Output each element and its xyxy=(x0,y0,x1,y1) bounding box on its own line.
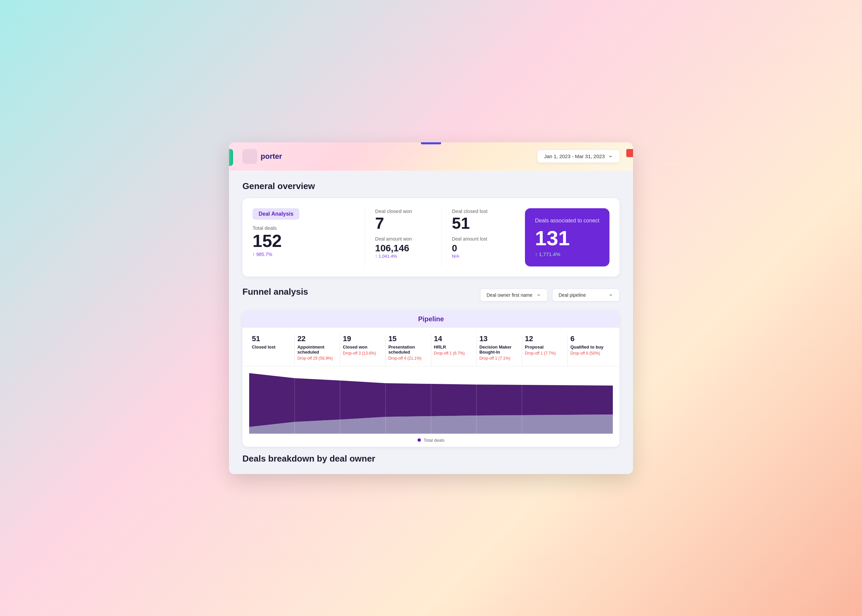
chevron-down-icon xyxy=(608,154,613,159)
stage-name-6: Decision Maker Bought-In xyxy=(479,344,519,355)
deal-amount-lost-sub: N/A xyxy=(452,254,508,259)
stage-count-5: 14 xyxy=(434,335,474,343)
deal-closed-won-column: Deal closed won 7 Deal amount won 106,14… xyxy=(365,208,442,266)
stage-count-6: 13 xyxy=(479,335,519,343)
main-content: General overview Deal Analysis Total dea… xyxy=(229,171,633,474)
pipeline-header: Pipeline xyxy=(243,311,619,328)
pipeline-card: Pipeline 51 Closed lost 22 Appointment s… xyxy=(243,311,619,447)
total-deals-value: 152 xyxy=(252,232,355,250)
chevron-down-icon xyxy=(536,293,541,297)
stage-dropoff-7: Drop-off 1 (7.7%) xyxy=(525,351,565,356)
stage-count-3: 19 xyxy=(343,335,383,343)
funnel-visual xyxy=(249,366,613,434)
date-range-picker[interactable]: Jan 1, 2023 - Mar 31, 2023 xyxy=(537,150,619,162)
stage-count-8: 6 xyxy=(570,335,610,343)
logo: 🦄 porter xyxy=(243,149,282,164)
general-overview-title: General overview xyxy=(243,181,619,192)
stage-name-7: Proposal xyxy=(525,344,565,350)
stage-count-4: 15 xyxy=(388,335,428,343)
pipeline-stage-5: 14 HRLR Drop-off 1 (6.7%) xyxy=(431,335,477,366)
pipeline-stage-4: 15 Presentation scheduled Drop-off 4 (21… xyxy=(386,335,431,366)
total-deals-change: 985.7% xyxy=(252,251,355,257)
pipeline-stages: 51 Closed lost 22 Appointment scheduled … xyxy=(243,328,619,366)
deal-pipeline-filter[interactable]: Deal pipeline xyxy=(552,289,619,302)
middle-stats: Deal closed won 7 Deal amount won 106,14… xyxy=(365,208,518,266)
funnel-section-header: Funnel analysis Deal owner first name De… xyxy=(243,287,619,304)
stage-dropoff-3: Drop-off 3 (13.6%) xyxy=(343,351,383,356)
stage-dropoff-2: Drop-off 29 (56.9%) xyxy=(297,356,337,361)
stage-name-5: HRLR xyxy=(434,344,474,350)
stage-name-2: Appointment scheduled xyxy=(297,344,337,355)
associated-deals-value: 131 xyxy=(535,228,599,248)
pipeline-stage-1: 51 Closed lost xyxy=(249,335,295,366)
stage-count-1: 51 xyxy=(252,335,292,343)
pipeline-stage-6: 13 Decision Maker Bought-In Drop-off 1 (… xyxy=(477,335,522,366)
deal-owner-filter-label: Deal owner first name xyxy=(487,292,533,298)
logo-text: porter xyxy=(261,152,282,161)
overview-card: Deal Analysis Total deals 152 985.7% Dea… xyxy=(243,198,619,277)
legend-dot xyxy=(418,438,421,442)
deal-pipeline-filter-label: Deal pipeline xyxy=(559,292,586,298)
deal-closed-lost-label: Deal closed lost xyxy=(452,208,508,214)
deals-breakdown-title: Deals breakdown by deal owner xyxy=(243,454,619,464)
pipeline-stage-2: 22 Appointment scheduled Drop-off 29 (56… xyxy=(295,335,340,366)
stage-name-1: Closed lost xyxy=(252,344,292,350)
pipeline-stage-7: 12 Proposal Drop-off 1 (7.7%) xyxy=(522,335,568,366)
deal-closed-won-value: 7 xyxy=(375,215,431,231)
associated-deals-card: Deals associated to conect 131 ↑ 1,771.4… xyxy=(525,208,610,266)
stage-dropoff-6: Drop-off 1 (7.1%) xyxy=(479,356,519,361)
deal-closed-lost-value: 51 xyxy=(452,215,508,231)
stage-name-3: Closed won xyxy=(343,344,383,350)
stage-dropoff-8: Drop-off 6 (50%) xyxy=(570,351,610,356)
app-header: 🦄 porter Jan 1, 2023 - Mar 31, 2023 xyxy=(229,142,633,171)
deal-amount-lost-label: Deal amount lost xyxy=(452,236,508,242)
total-deals-label: Total deals xyxy=(252,225,355,231)
funnel-chart xyxy=(249,366,613,434)
svg-rect-0 xyxy=(243,149,257,164)
porter-logo-icon: 🦄 xyxy=(243,149,257,164)
deal-closed-lost-column: Deal closed lost 51 Deal amount lost 0 N… xyxy=(442,208,518,266)
stage-dropoff-5: Drop-off 1 (6.7%) xyxy=(434,351,474,356)
deal-analysis-badge: Deal Analysis xyxy=(252,208,299,220)
legend-label: Total deals xyxy=(424,438,444,443)
deal-analysis-section: Deal Analysis Total deals 152 985.7% xyxy=(252,208,365,266)
pipeline-stage-8: 6 Qualified to buy Drop-off 6 (50%) xyxy=(568,335,613,366)
stage-dropoff-4: Drop-off 4 (21.1%) xyxy=(388,356,428,361)
associated-deals-title: Deals associated to conect xyxy=(535,218,599,224)
deal-owner-filter[interactable]: Deal owner first name xyxy=(480,289,547,302)
deal-closed-won-label: Deal closed won xyxy=(375,208,431,214)
chevron-down-icon xyxy=(608,293,613,297)
date-range-value: Jan 1, 2023 - Mar 31, 2023 xyxy=(544,153,605,159)
deal-amount-won-label: Deal amount won xyxy=(375,236,431,242)
funnel-analysis-title: Funnel analysis xyxy=(243,287,308,297)
pipeline-legend: Total deals xyxy=(243,434,619,447)
pipeline-stage-3: 19 Closed won Drop-off 3 (13.6%) xyxy=(340,335,386,366)
stage-count-7: 12 xyxy=(525,335,565,343)
funnel-filters: Deal owner first name Deal pipeline xyxy=(480,289,619,302)
deal-amount-won-change: ↑ 1,041.4% xyxy=(375,254,431,259)
stage-name-8: Qualified to buy xyxy=(570,344,610,350)
deal-amount-lost-value: 0 xyxy=(452,243,508,254)
stage-name-4: Presentation scheduled xyxy=(388,344,428,355)
deal-amount-won-value: 106,146 xyxy=(375,243,431,254)
associated-deals-change: ↑ 1,771.4% xyxy=(535,251,599,257)
stage-count-2: 22 xyxy=(297,335,337,343)
